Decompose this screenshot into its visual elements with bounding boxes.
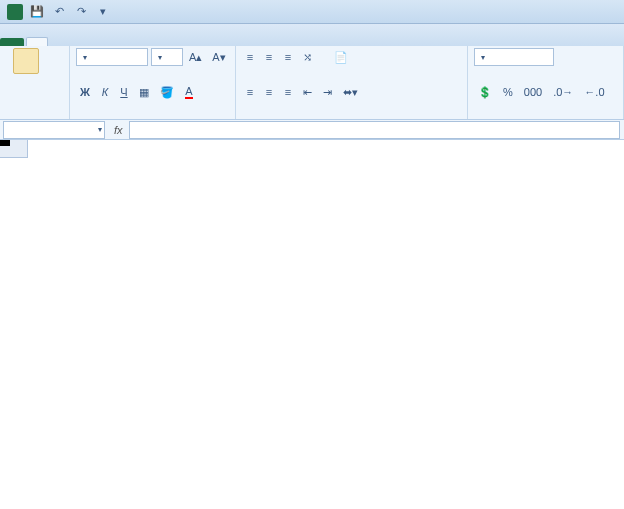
underline-button[interactable]: Ч [116,83,132,101]
decrease-font-icon[interactable]: A▾ [209,48,229,66]
paste-button[interactable] [6,48,46,76]
align-top-icon[interactable]: ≡ [242,48,258,66]
increase-decimal-icon[interactable]: .0→ [549,83,577,101]
increase-indent-icon[interactable]: ⇥ [319,83,336,101]
tab-home[interactable] [26,37,48,46]
increase-font-icon[interactable]: A▴ [186,48,206,66]
name-box[interactable]: ▾ [3,121,105,139]
align-center-icon[interactable]: ≡ [261,83,277,101]
excel-icon[interactable] [6,3,24,21]
align-middle-icon[interactable]: ≡ [261,48,277,66]
undo-icon[interactable]: ↶ [50,3,68,21]
ribbon: ▾ ▾ A▴ A▾ Ж К Ч ▦ 🪣 A ≡ ≡ ≡ ⤭ 📄 ≡ ≡ ≡ ⇤ [0,46,624,120]
font-name-combo[interactable]: ▾ [76,48,148,66]
fill-color-button[interactable]: 🪣 [156,83,178,101]
ribbon-tabs [0,24,624,46]
border-button[interactable]: ▦ [135,83,153,101]
clipboard-icon [13,48,39,74]
group-clipboard [6,118,63,119]
redo-icon[interactable]: ↷ [72,3,90,21]
comma-icon[interactable]: 000 [520,83,546,101]
align-right-icon[interactable]: ≡ [280,83,296,101]
quick-access-toolbar: 💾 ↶ ↷ ▾ [6,3,112,21]
decrease-decimal-icon[interactable]: ←.0 [580,83,608,101]
title-bar: 💾 ↶ ↷ ▾ [0,0,624,24]
qat-dropdown-icon[interactable]: ▾ [94,3,112,21]
tab-insert[interactable] [48,38,68,46]
tab-page-layout[interactable] [68,38,88,46]
bold-button[interactable]: Ж [76,83,94,101]
font-size-combo[interactable]: ▾ [151,48,183,66]
tab-review[interactable] [128,38,148,46]
number-format-combo[interactable]: ▾ [474,48,554,66]
font-color-button[interactable]: A [181,83,197,101]
group-alignment [242,118,461,119]
align-bottom-icon[interactable]: ≡ [280,48,296,66]
italic-button[interactable]: К [97,83,113,101]
merge-center-button[interactable]: ⬌ ▾ [339,83,362,101]
align-left-icon[interactable]: ≡ [242,83,258,101]
tab-view[interactable] [148,38,168,46]
decrease-indent-icon[interactable]: ⇤ [299,83,316,101]
formula-bar-row: ▾ fx [0,120,624,140]
currency-icon[interactable]: 💲 [474,83,496,101]
wrap-text-button[interactable]: 📄 [330,48,352,66]
active-cell[interactable] [0,140,10,146]
orientation-icon[interactable]: ⤭ [299,48,316,66]
formula-bar[interactable] [129,121,620,139]
tab-file[interactable] [0,38,24,46]
save-icon[interactable]: 💾 [28,3,46,21]
percent-icon[interactable]: % [499,83,517,101]
group-number [474,118,617,119]
tab-data[interactable] [108,38,128,46]
tab-formulas[interactable] [88,38,108,46]
group-font [76,118,229,119]
fx-icon[interactable]: fx [108,124,129,136]
